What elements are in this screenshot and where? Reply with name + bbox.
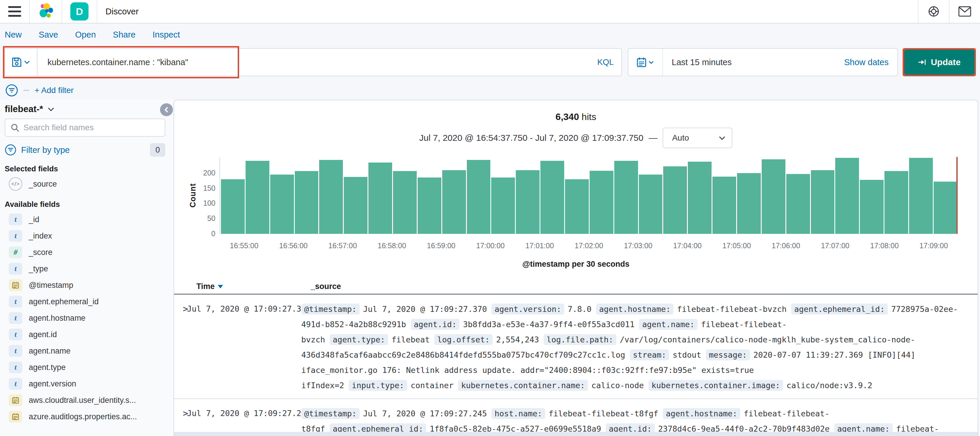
toolbar-area: New Save Open Share Inspect	[0, 24, 980, 100]
filter-by-type-row: Filter by type 0	[5, 143, 165, 157]
histogram-bar[interactable]	[344, 177, 368, 234]
field-item[interactable]: #_score	[5, 244, 165, 260]
field-item[interactable]: t_id	[5, 211, 165, 228]
histogram-bar[interactable]	[442, 170, 466, 234]
histogram-bar[interactable]	[368, 163, 392, 234]
x-tick-label: 17:03:00	[624, 241, 652, 250]
field-item[interactable]: azure.auditlogs.properties.ac...	[5, 409, 165, 425]
field-item[interactable]: tagent.ephemeral_id	[5, 294, 165, 310]
field-item[interactable]: tagent.version	[5, 375, 165, 392]
calendar-icon	[637, 57, 646, 67]
histogram-bar[interactable]	[565, 179, 589, 234]
next-row-edge	[174, 432, 978, 436]
field-item[interactable]: t_index	[5, 228, 165, 244]
histogram-bar[interactable]	[295, 171, 318, 234]
histogram-bar[interactable]	[491, 177, 515, 234]
query-input[interactable]: kubernetes.container.name : "kibana" KQL	[37, 48, 622, 76]
collapse-sidebar-button[interactable]	[160, 103, 173, 116]
help-button[interactable]	[918, 0, 949, 23]
add-filter-button[interactable]: + Add filter	[35, 86, 73, 95]
x-tick-label: 17:01:00	[525, 241, 554, 250]
histogram-bar[interactable]	[590, 171, 613, 234]
histogram-bar[interactable]	[811, 170, 835, 234]
histogram-bar[interactable]	[762, 159, 785, 234]
histogram-bar[interactable]	[270, 174, 294, 234]
nav-link-inspect[interactable]: Inspect	[153, 30, 180, 43]
index-pattern-name: filebeat-*	[5, 104, 43, 115]
refresh-icon	[918, 58, 927, 67]
nav-link-open[interactable]: Open	[75, 30, 96, 43]
time-range-label[interactable]: Last 15 minutes	[663, 57, 844, 67]
histogram-bar[interactable]	[663, 166, 687, 234]
string-field-icon: t	[9, 345, 22, 357]
save-icon	[12, 57, 22, 67]
histogram-bar[interactable]	[540, 161, 564, 234]
x-tick-label: 17:07:00	[821, 241, 849, 250]
histogram-bar[interactable]	[393, 171, 417, 234]
nav-link-save[interactable]: Save	[39, 30, 58, 43]
interval-select[interactable]: Auto	[663, 128, 732, 148]
histogram-bar[interactable]	[639, 174, 663, 234]
histogram-bar[interactable]	[319, 160, 343, 234]
chart-range-line: Jul 7, 2020 @ 16:54:37.750 - Jul 7, 2020…	[174, 128, 978, 148]
histogram-bar[interactable]	[835, 158, 859, 234]
field-item[interactable]: aws.cloudtrail.user_identity.s...	[5, 392, 165, 409]
field-badge: agent.id:	[411, 319, 460, 330]
histogram-bar[interactable]	[221, 179, 245, 234]
histogram-chart: Count 050100150200	[220, 157, 958, 234]
nav-link-share[interactable]: Share	[113, 30, 135, 43]
histogram-bar[interactable]	[885, 171, 908, 234]
histogram-bar[interactable]	[860, 180, 884, 234]
field-search-input[interactable]: Search field names	[5, 118, 165, 137]
field-value: stdout	[673, 350, 701, 359]
histogram-bar[interactable]	[418, 177, 441, 234]
index-pattern-selector[interactable]: filebeat-*	[5, 102, 165, 116]
query-language-button[interactable]: KQL	[597, 57, 614, 67]
newsfeed-button[interactable]	[950, 0, 980, 23]
time-column-header[interactable]: Time	[196, 282, 311, 291]
menu-icon[interactable]	[8, 6, 21, 17]
histogram-bar[interactable]	[516, 170, 539, 234]
x-tick-label: 17:00:00	[476, 241, 505, 250]
field-value: Jul 7, 2020 @ 17:09:27.245	[363, 409, 487, 418]
histogram-bar[interactable]	[909, 158, 933, 234]
hits-count: 6,340	[556, 112, 579, 122]
histogram-bar[interactable]	[786, 174, 810, 234]
histogram-bar[interactable]	[713, 177, 736, 234]
field-value: calico/node:v3.9.2	[787, 381, 872, 390]
show-dates-button[interactable]: Show dates	[844, 57, 897, 67]
update-button[interactable]: Update	[904, 50, 974, 75]
histogram-plot[interactable]	[220, 157, 958, 234]
histogram-bar[interactable]	[246, 161, 269, 234]
saved-query-menu-button[interactable]	[4, 48, 37, 76]
field-item[interactable]: tagent.type	[5, 359, 165, 375]
histogram-bar[interactable]	[467, 160, 491, 234]
expand-row-icon[interactable]: >	[174, 406, 187, 436]
field-item[interactable]: tagent.hostname	[5, 310, 165, 326]
elastic-logo[interactable]	[38, 3, 53, 20]
field-item[interactable]: t_type	[5, 260, 165, 277]
field-item[interactable]: </>_source	[5, 176, 165, 192]
field-badge: message:	[706, 350, 750, 360]
filter-by-type-button[interactable]: Filter by type	[21, 145, 70, 155]
field-item[interactable]: tagent.name	[5, 343, 165, 359]
top-bar: D Discover	[0, 0, 980, 24]
filter-icon[interactable]	[5, 84, 18, 97]
field-value: container	[410, 381, 453, 390]
field-badge: log.offset:	[434, 334, 493, 345]
histogram-bar[interactable]	[614, 161, 638, 234]
histogram-bar[interactable]	[688, 162, 711, 234]
histogram-bar[interactable]	[934, 182, 958, 234]
field-item[interactable]: tagent.id	[5, 326, 165, 343]
field-item[interactable]: @timestamp	[5, 277, 165, 294]
discover-panel: 6,340 hits Jul 7, 2020 @ 16:54:37.750 - …	[173, 100, 978, 436]
nav-link-new[interactable]: New	[5, 30, 22, 43]
string-field-icon: t	[9, 214, 22, 225]
field-value: 2,554,243	[496, 335, 539, 344]
hits-label: hits	[582, 112, 597, 122]
update-highlight-box: Update	[903, 48, 976, 76]
field-value: 3b8fdd3a-e53e-4a37-9ff4-e0f55a3cd011	[463, 320, 635, 329]
expand-row-icon[interactable]: >	[174, 302, 187, 393]
histogram-bar[interactable]	[737, 173, 761, 234]
date-quick-select-button[interactable]	[628, 49, 663, 76]
